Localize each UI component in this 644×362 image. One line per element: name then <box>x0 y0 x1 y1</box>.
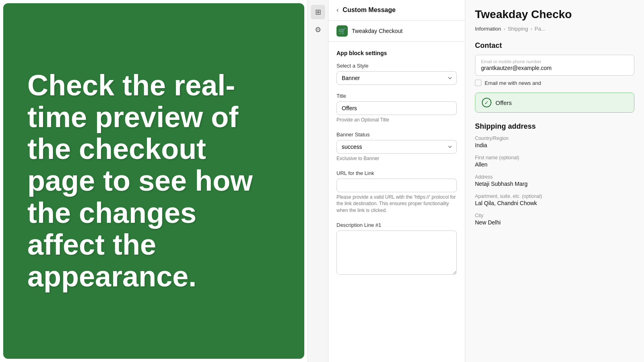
email-checkbox-row: Email me with news and <box>475 80 634 86</box>
first-name-field: First name (optional) Allen <box>475 155 634 168</box>
shipping-address-heading: Shipping address <box>475 122 634 131</box>
email-checkbox-label: Email me with news and <box>485 80 541 86</box>
address-field: Address Netaji Subhash Marg <box>475 174 634 187</box>
title-hint: Provide an Optional Title <box>336 117 457 123</box>
address-label: Address <box>475 174 634 180</box>
shipping-address-section: Shipping address Country/Region India Fi… <box>475 122 634 226</box>
settings-body: App block settings Select a Style Banner… <box>328 42 465 292</box>
banner-status-field-group: Banner Status success warning error info… <box>336 132 457 162</box>
city-field: City New Delhi <box>475 213 634 226</box>
title-field-group: Title Provide an Optional Title <box>336 93 457 123</box>
style-select[interactable]: Banner Inline Toast <box>336 71 457 85</box>
app-icon: 🛒 <box>336 25 348 37</box>
email-placeholder: Email or mobile phone number <box>481 59 628 64</box>
app-row: 🛒 Tweakday Checkout <box>328 21 465 42</box>
sidebar: ⊞ ⚙ <box>308 0 328 362</box>
url-input[interactable] <box>336 179 457 192</box>
desc-field-group: Description Line #1 <box>336 222 457 276</box>
layout-icon[interactable]: ⊞ <box>311 5 325 19</box>
banner-status-select[interactable]: success warning error info <box>336 140 457 154</box>
email-value: grantkautzer@example.com <box>481 65 628 71</box>
style-label: Select a Style <box>336 63 457 69</box>
url-field-group: URL for the Link Please provide a valid … <box>336 170 457 214</box>
apartment-label: Apartment, suite, etc. (optional) <box>475 193 634 199</box>
back-button[interactable]: ‹ <box>336 6 339 14</box>
style-field-group: Select a Style Banner Inline Toast <box>336 63 457 85</box>
banner-status-hint: Exclusive to Banner <box>336 155 457 162</box>
breadcrumb-information: Information <box>475 26 501 32</box>
country-label: Country/Region <box>475 136 634 141</box>
apartment-field: Apartment, suite, etc. (optional) Lal Qi… <box>475 193 634 206</box>
url-label: URL for the Link <box>336 170 457 176</box>
breadcrumb-sep-1: › <box>504 26 505 32</box>
banner-status-label: Banner Status <box>336 132 457 138</box>
desc-textarea[interactable] <box>336 230 457 275</box>
title-label: Title <box>336 93 457 99</box>
left-panel: Check the real-time preview of the check… <box>3 3 304 359</box>
preview-panel: Tweakday Checko Information › Shipping ›… <box>465 0 644 362</box>
desc-label: Description Line #1 <box>336 222 457 228</box>
offer-check-icon: ✓ <box>482 98 491 107</box>
address-value: Netaji Subhash Marg <box>475 181 634 187</box>
city-label: City <box>475 213 634 218</box>
first-name-label: First name (optional) <box>475 155 634 160</box>
first-name-value: Allen <box>475 161 634 168</box>
offer-text: Offers <box>495 99 512 106</box>
breadcrumb-payment: Pa... <box>535 26 545 32</box>
breadcrumb-sep-2: › <box>530 26 532 32</box>
title-input[interactable] <box>336 101 457 115</box>
section-title: App block settings <box>336 50 457 56</box>
breadcrumb: Information › Shipping › Pa... <box>475 26 634 32</box>
country-field: Country/Region India <box>475 136 634 148</box>
app-name: Tweakday Checkout <box>352 28 402 34</box>
breadcrumb-shipping: Shipping <box>508 26 528 32</box>
city-value: New Delhi <box>475 219 634 226</box>
hero-text: Check the real-time preview of the check… <box>27 70 280 292</box>
url-hint: Please provide a valid URL with the 'htt… <box>336 194 457 214</box>
settings-panel: ‹ Custom Message 🛒 Tweakday Checkout App… <box>328 0 465 362</box>
settings-icon[interactable]: ⚙ <box>311 23 325 37</box>
panel-title: Custom Message <box>343 6 396 14</box>
email-checkbox[interactable] <box>475 80 481 86</box>
contact-email-field: Email or mobile phone number grantkautze… <box>475 55 634 76</box>
store-name: Tweakday Checko <box>475 8 634 21</box>
contact-heading: Contact <box>475 41 634 50</box>
country-value: India <box>475 142 634 148</box>
apartment-value: Lal Qila, Chandni Chowk <box>475 200 634 206</box>
offer-banner: ✓ Offers <box>475 93 634 113</box>
settings-header: ‹ Custom Message <box>328 0 465 21</box>
